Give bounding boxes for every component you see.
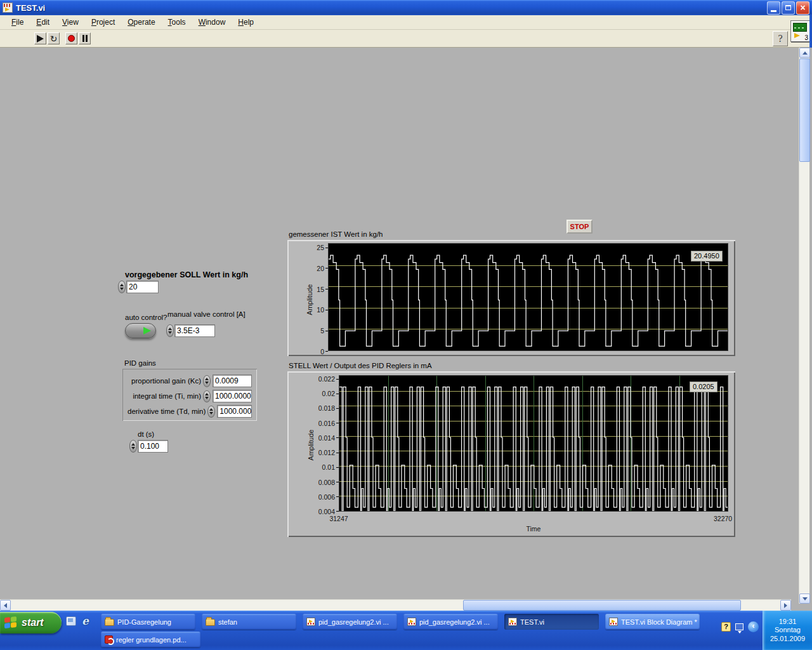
pid-kc-label: proportional gain (Kc) [128,377,201,385]
chart2-x-tick-min: 31247 [320,515,358,522]
pause-button[interactable] [79,32,91,44]
horizontal-scrollbar-thumb[interactable] [463,600,741,611]
window-controls: × [767,1,809,15]
stop-button[interactable]: STOP [566,220,593,234]
soll-spinner[interactable] [118,281,126,293]
vertical-scrollbar[interactable] [799,48,809,604]
labview-vi-icon [407,618,416,626]
abort-button[interactable] [65,32,77,44]
scroll-left-arrow[interactable] [0,600,11,611]
soll-label: vorgegebener SOLL Wert in kg/h [125,270,248,279]
chart2-plot-area [339,375,728,512]
run-button[interactable] [34,32,46,44]
scroll-right-arrow[interactable] [780,600,791,611]
clock-day: Sonntag [770,626,805,635]
screen: TEST.vi × File Edit View Project Operate… [0,0,812,650]
pid-gains-label: PID gains [124,359,156,367]
show-desktop-icon[interactable] [66,616,76,626]
restore-button[interactable] [782,1,795,15]
chart2-frame: Amplitude 0.0220.020.0180.0160.0140.0120… [287,371,735,537]
labview-vi-icon [508,618,517,626]
y-tick-label: 0.018 [301,404,339,412]
waveform-svg [339,376,728,511]
taskbar-button-regler-grundlagen-pdf[interactable]: regler grundlagen.pd... [101,632,200,647]
y-tick-label: 0.016 [301,420,339,427]
pause-icon [82,35,88,42]
tray-icons: ? ‹ [721,621,759,632]
switch-led-icon [143,327,151,335]
pid-row-ti: integral time (Ti, min) 1000.0000 [128,390,252,402]
front-panel: vorgegebener SOLL Wert in kg/h 20 auto c… [0,48,812,611]
run-continuous-button[interactable]: ↻ [48,32,60,44]
taskbar-button-test-vi[interactable]: TEST.vi [504,614,599,630]
run-continuous-icon: ↻ [50,34,58,43]
pid-ti-field[interactable]: 1000.0000 [213,390,252,402]
menu-file[interactable]: File [5,17,30,28]
y-tick-label: 25 [306,244,328,251]
y-tick-label: 0.022 [301,375,339,383]
pid-td-spinner[interactable] [207,406,215,418]
pid-kc-field[interactable]: 0.0009 [213,375,252,387]
start-button-label: start [22,617,44,628]
auto-control-label: auto control? [125,314,167,321]
menu-window[interactable]: Window [192,17,232,28]
y-tick-label: 0.006 [301,493,339,501]
quick-launch: e [66,616,89,627]
taskbar-clock: 19:31 Sonntag 25.01.2009 [770,618,805,644]
vi-connector-icon: 3 [790,20,810,42]
taskbar-button-label: pid_gasregelung2.vi ... [318,618,389,626]
menu-operate[interactable]: Operate [121,17,161,28]
vi-icon-badge: 3 [804,34,808,41]
taskbar-button-test-vi-block-diagram[interactable]: TEST.vi Block Diagram * [605,614,700,630]
dt-spinner[interactable] [129,440,137,453]
labview-app-icon [3,3,13,13]
pid-row-kc: proportional gain (Kc) 0.0009 [128,375,252,387]
labview-vi-icon [306,618,315,626]
windows-logo-icon [4,616,18,629]
pdf-icon [105,635,113,644]
menu-tools[interactable]: Tools [162,17,192,28]
vi-icon-arrow [794,33,800,38]
taskbar-button-pid-gasregelung[interactable]: PID-Gasregelung [101,614,195,630]
taskbar-button-stefan[interactable]: stefan [202,614,296,630]
pid-td-field[interactable]: 1000.0000 [217,405,252,418]
window-title: TEST.vi [16,3,764,13]
soll-value-field[interactable]: 20 [126,281,159,293]
pid-kc-spinner[interactable] [203,375,211,387]
start-button[interactable]: start [0,612,62,633]
manual-valve-field[interactable]: 3.5E-3 [174,324,215,337]
vertical-scrollbar-thumb[interactable] [799,58,810,162]
menu-project[interactable]: Project [85,17,121,28]
help-tray-icon[interactable]: ? [721,622,731,632]
scroll-up-arrow[interactable] [799,48,810,58]
pid-ti-spinner[interactable] [203,390,211,402]
menu-view[interactable]: View [56,17,85,28]
dt-field[interactable]: 0.100 [138,440,168,453]
close-button[interactable]: × [796,1,809,15]
menu-edit[interactable]: Edit [30,17,56,28]
dt-label: dt (s) [138,430,154,438]
auto-control-switch[interactable] [125,323,156,338]
scroll-down-arrow[interactable] [799,594,810,604]
chart2-x-axis-label: Time [502,525,565,533]
minimize-button[interactable] [767,1,780,15]
pid-ti-label: integral time (Ti, min) [128,392,201,400]
chart1-y-ticks: 2520151050 [306,244,328,355]
display-tray-icon[interactable] [735,623,743,630]
context-help-button[interactable]: ? [773,31,788,46]
y-tick-label: 10 [306,306,328,314]
menu-help[interactable]: Help [232,17,260,28]
dt-control: 0.100 [129,440,168,453]
taskbar-button-pid-gasregelung2-vi-b[interactable]: pid_gasregelung2.vi ... [403,614,498,630]
manual-valve-spinner[interactable] [166,324,174,337]
labview-vi-icon [609,618,618,626]
hide-icons-chevron[interactable]: ‹ [748,621,759,632]
pid-gains-cluster: proportional gain (Kc) 0.0009 integral t… [122,369,257,421]
taskbar-button-pid-gasregelung2-vi-a[interactable]: pid_gasregelung2.vi ... [303,614,397,630]
horizontal-scrollbar[interactable] [0,599,791,611]
y-tick-label: 0.008 [301,479,339,486]
pid-td-label: derivative time (Td, min) [128,408,206,415]
manual-valve-control: 3.5E-3 [166,324,215,337]
internet-explorer-icon[interactable]: e [82,616,89,627]
y-tick-label: 0.014 [301,434,339,442]
